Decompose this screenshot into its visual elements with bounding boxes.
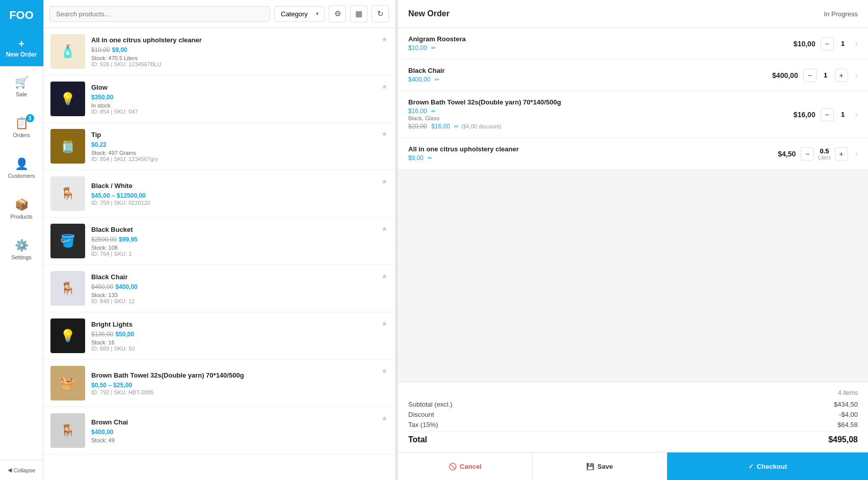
collapse-button[interactable]: ◀ Collapse	[0, 460, 43, 480]
qty-plus-button[interactable]: +	[835, 147, 848, 161]
subtotal-value: $434,50	[834, 401, 858, 408]
chevron-right-icon[interactable]: ›	[855, 39, 858, 48]
product-stock: Stock: 470.5 Liters	[91, 55, 388, 61]
order-item-name: All in one citrus upholstery cleaner	[408, 145, 755, 153]
qty-minus-button[interactable]: −	[803, 69, 817, 82]
product-price-row: $45,00 – $12500,00	[91, 191, 388, 200]
checkout-button[interactable]: ✓ Checkout	[667, 452, 868, 480]
product-price-row: $460,00$400,00	[91, 282, 388, 291]
order-item-price-link[interactable]: $16,00	[408, 108, 427, 115]
product-price-row: $350,00	[91, 92, 388, 101]
star-icon[interactable]: ★	[381, 83, 388, 91]
sidebar-item-products[interactable]: 📦 Products	[0, 189, 43, 229]
chevron-right-icon[interactable]: ›	[855, 110, 858, 119]
product-image: 🫙	[50, 129, 85, 164]
order-items-list: Anigram Roostera $10,00 ✏ $10,00 − 1 ›	[398, 28, 868, 382]
qty-minus-button[interactable]: −	[801, 147, 814, 161]
sidebar-item-settings[interactable]: ⚙️ Settings	[0, 229, 43, 270]
discount-label: Discount	[408, 411, 434, 418]
qty-control: − 0.5 Liters +	[801, 147, 848, 161]
new-order-button[interactable]: + New Order	[0, 31, 43, 66]
product-name: Tip	[91, 131, 388, 139]
barcode-icon[interactable]: ▦	[350, 5, 367, 22]
edit-icon-small[interactable]: ✏	[428, 155, 432, 161]
product-item[interactable]: 🪑 Black Chair $460,00$400,00 Stock: 133 …	[43, 265, 395, 312]
order-item: All in one citrus upholstery cleaner $9,…	[398, 138, 868, 170]
save-icon: 💾	[586, 463, 594, 470]
products-icon: 📦	[15, 198, 29, 211]
product-item[interactable]: 🪣 Black Bucket $2500,00$99,95 Stock: 108…	[43, 218, 395, 265]
edit-icon-small[interactable]: ✏	[435, 76, 439, 83]
product-info: Black Bucket $2500,00$99,95 Stock: 108 I…	[91, 226, 388, 257]
tax-row: Tax (15%) $64,58	[408, 421, 858, 429]
product-name: All in one citrus upholstery cleaner	[91, 36, 388, 44]
edit-icon[interactable]: ✏	[454, 123, 459, 129]
product-name: Black Bucket	[91, 226, 388, 233]
product-info: Black Chair $460,00$400,00 Stock: 133 ID…	[91, 273, 388, 304]
star-icon[interactable]: ★	[381, 367, 388, 375]
tax-value: $64,58	[837, 421, 858, 429]
product-item[interactable]: 🧴 All in one citrus upholstery cleaner $…	[43, 28, 395, 75]
category-select[interactable]: Category	[274, 6, 325, 22]
cancel-icon: 🚫	[449, 463, 457, 470]
sidebar-item-customers[interactable]: 👤 Customers	[0, 148, 43, 189]
product-id-sku: ID: 792 | SKU: HBT-0005	[91, 389, 388, 395]
product-item[interactable]: 🪑 Brown Chai $400,00 Stock: 49 ★	[43, 407, 395, 455]
order-item-price-link[interactable]: $400,00	[408, 76, 430, 83]
star-icon[interactable]: ★	[381, 130, 388, 138]
action-buttons: 🚫 Cancel 💾 Save ✓ Checkout	[398, 452, 868, 480]
qty-minus-button[interactable]: −	[821, 37, 834, 50]
star-icon[interactable]: ★	[381, 414, 388, 422]
product-id-sku: ID: 883 | SKU: 50	[91, 345, 388, 352]
edit-icon-small[interactable]: ✏	[431, 108, 436, 114]
sidebar-item-sale[interactable]: 🛒 Sale	[0, 66, 43, 107]
product-info: Brown Bath Towel 32s(Double yarn) 70*140…	[91, 371, 388, 395]
customers-icon: 👤	[15, 157, 29, 171]
star-icon[interactable]: ★	[381, 319, 388, 328]
product-price-row: $0,50 – $25,00	[91, 380, 388, 389]
product-price-range: $0,50 – $25,00	[91, 382, 132, 389]
product-info: Bright Lights $136,00$50,00 Stock: 16 ID…	[91, 321, 388, 352]
chevron-right-icon[interactable]: ›	[855, 149, 858, 158]
product-image: 💡	[50, 318, 85, 353]
order-item-price-link[interactable]: $9,00	[408, 154, 424, 162]
product-item[interactable]: 🧺 Brown Bath Towel 32s(Double yarn) 70*1…	[43, 360, 395, 407]
qty-value-wrapper: 0.5 Liters	[818, 147, 830, 161]
product-stock: Stock: 108	[91, 245, 388, 251]
qty-minus-button[interactable]: −	[821, 108, 834, 121]
collapse-arrow-icon: ◀	[8, 467, 12, 473]
order-title: New Order	[408, 9, 450, 18]
order-item-price-link[interactable]: $10,00	[408, 44, 427, 51]
checkout-label: Checkout	[757, 463, 787, 470]
product-info: Brown Chai $400,00 Stock: 49	[91, 418, 388, 443]
search-input[interactable]	[49, 6, 270, 22]
filter-icon[interactable]: ⚙	[329, 5, 346, 22]
order-item-discounted-price: $16,00	[431, 123, 450, 130]
star-icon[interactable]: ★	[381, 272, 388, 280]
save-button[interactable]: 💾 Save	[533, 452, 667, 480]
star-icon[interactable]: ★	[381, 35, 388, 43]
edit-icon-small[interactable]: ✏	[431, 45, 436, 51]
qty-control: − 1 +	[803, 69, 848, 82]
total-row: Total $495,08	[408, 432, 858, 444]
product-price-new: $9,00	[112, 46, 127, 54]
product-list: 🧴 All in one citrus upholstery cleaner $…	[43, 28, 395, 480]
sidebar-item-orders[interactable]: 📋 Orders 3	[0, 107, 43, 148]
order-item-discount-row: $20,00 $16,00 ✏ ($4,00 discount)	[408, 121, 775, 130]
cancel-button[interactable]: 🚫 Cancel	[398, 452, 533, 480]
sidebar-label-orders: Orders	[13, 132, 30, 138]
refresh-icon[interactable]: ↻	[372, 5, 389, 22]
product-item[interactable]: 💡 Glow $350,00 In stock ID: 854 | SKU: 0…	[43, 75, 395, 123]
product-item[interactable]: 💡 Bright Lights $136,00$50,00 Stock: 16 …	[43, 312, 395, 360]
chevron-right-icon[interactable]: ›	[855, 71, 858, 80]
star-icon[interactable]: ★	[381, 225, 388, 233]
total-label: Total	[408, 435, 427, 444]
product-image: 🧴	[50, 34, 85, 69]
qty-plus-button[interactable]: +	[835, 69, 848, 82]
star-icon[interactable]: ★	[381, 177, 388, 185]
product-item[interactable]: 🪑 Black / White $45,00 – $12500,00 ID: 7…	[43, 170, 395, 218]
sidebar: FOO + New Order 🛒 Sale 📋 Orders 3 👤 Cust…	[0, 0, 43, 480]
qty-control: − 1	[821, 108, 848, 121]
product-item[interactable]: 🫙 Tip $0,22 Stock: 497 Grams ID: 954 | S…	[43, 123, 395, 170]
sidebar-label-sale: Sale	[16, 91, 27, 97]
